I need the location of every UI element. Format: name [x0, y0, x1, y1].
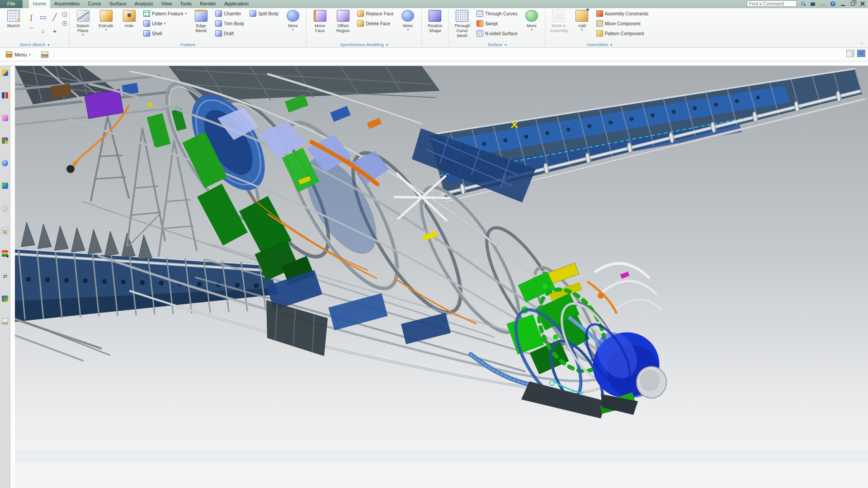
- assembly-navigator-icon[interactable]: [2, 70, 8, 76]
- button-label: More: [288, 23, 298, 28]
- pattern-feature-button[interactable]: Pattern Feature▾: [141, 9, 189, 19]
- through-curves-button[interactable]: Through Curves: [474, 9, 520, 19]
- extrude-icon: [100, 10, 113, 22]
- group-dialog-launcher[interactable]: ▾: [47, 43, 49, 47]
- edge-blend-button[interactable]: EdgeBlend: [190, 9, 212, 41]
- delete-face-icon: [357, 20, 364, 27]
- chamfer-button[interactable]: Chamfer: [213, 9, 246, 19]
- search-icon[interactable]: [799, 0, 807, 7]
- hd3d-tools-icon[interactable]: [2, 183, 8, 189]
- command-finder-icon[interactable]: [809, 0, 816, 7]
- sync-more-button[interactable]: More▾: [397, 9, 419, 41]
- line-tool-icon: ╱: [52, 13, 57, 21]
- profile-tool[interactable]: ʃ: [25, 10, 37, 24]
- maximize-viewport-icon[interactable]: [857, 50, 865, 57]
- button-label: Pattern Component: [605, 31, 644, 36]
- tab-file[interactable]: File: [0, 0, 23, 8]
- cable-connector[interactable]: [66, 165, 75, 173]
- graphics-window[interactable]: [15, 66, 868, 488]
- pattern-component-button[interactable]: Pattern Component: [594, 28, 651, 38]
- button-label: Split Body: [258, 11, 278, 16]
- menu-bar: Menu ▾: [0, 48, 868, 61]
- n-sided-surface-button[interactable]: N-sided Surface: [474, 28, 520, 38]
- history-icon[interactable]: ◷: [2, 205, 8, 211]
- part-navigator-icon[interactable]: [2, 115, 8, 121]
- swept-button[interactable]: Swept: [474, 19, 520, 28]
- radome-tip[interactable]: [637, 366, 666, 398]
- group-dialog-launcher[interactable]: ▾: [610, 43, 612, 47]
- tab-render[interactable]: Render: [196, 0, 220, 8]
- tab-surface[interactable]: Surface: [105, 0, 131, 8]
- offset-region-button[interactable]: OffsetRegion: [332, 9, 354, 41]
- tab-assemblies[interactable]: Assemblies: [50, 0, 84, 8]
- move-face-icon: [314, 10, 326, 22]
- assembly-constraints-button[interactable]: Assembly Constraints: [594, 9, 651, 19]
- hole-button[interactable]: Hole: [118, 9, 140, 41]
- close-button[interactable]: [859, 0, 866, 7]
- sync-more-icon: [401, 10, 414, 22]
- work-in-assembly-button[interactable]: Work inAssembly: [548, 9, 570, 41]
- user-interface-icon[interactable]: [819, 0, 826, 7]
- assembly-constraints-icon: [596, 10, 603, 17]
- draft-button[interactable]: Draft: [213, 28, 246, 38]
- button-label: More: [527, 23, 537, 28]
- tab-analysis[interactable]: Analysis: [131, 0, 157, 8]
- mini-launcher[interactable]: ▪: [62, 12, 67, 17]
- palette-icon[interactable]: [2, 296, 8, 302]
- unite-icon: [143, 20, 150, 27]
- line-tool[interactable]: ╱: [49, 10, 61, 24]
- group-dialog-launcher[interactable]: ▾: [386, 43, 388, 47]
- shell-button[interactable]: Shell: [141, 28, 189, 38]
- chamfer-icon: [215, 10, 222, 17]
- realize-shape-button[interactable]: RealizeShape: [424, 9, 446, 41]
- move-component-button[interactable]: Move Component: [594, 19, 651, 28]
- ribbon-collapse-icon[interactable]: ⌃: [860, 42, 863, 47]
- ribbon-group-direct-sketch: Sketchʃ▭╱⌒○+▪▾Direct Sketch▾: [0, 8, 69, 47]
- sketch-button[interactable]: Sketch: [2, 9, 24, 41]
- trim-body-button[interactable]: Trim Body: [213, 19, 246, 28]
- button-label: Face: [315, 28, 325, 33]
- button-label: Assembly: [550, 28, 568, 33]
- arc-tool[interactable]: ⌒: [25, 24, 37, 38]
- system-materials-icon[interactable]: ⇄: [2, 273, 8, 279]
- button-label: Delete Face: [366, 21, 390, 26]
- reuse-library-icon[interactable]: [2, 137, 8, 144]
- split-body-button[interactable]: Split Body: [247, 9, 281, 19]
- delete-face-button[interactable]: Delete Face: [355, 19, 396, 28]
- rectangle-tool[interactable]: ▭: [37, 10, 49, 24]
- unite-button[interactable]: Unite▾: [141, 19, 189, 28]
- button-label: Shell: [152, 31, 162, 36]
- add-component-button[interactable]: Add▾: [571, 9, 593, 41]
- find-command-input[interactable]: [747, 0, 797, 7]
- feature-more-button[interactable]: More▾: [282, 9, 304, 41]
- process-studio-icon[interactable]: ▤: [2, 228, 8, 234]
- tab-view[interactable]: View: [157, 0, 176, 8]
- web-browser-icon[interactable]: [2, 160, 8, 166]
- draft-icon: [215, 30, 222, 37]
- minimize-button[interactable]: [839, 0, 846, 7]
- tab-tools[interactable]: Tools: [176, 0, 196, 8]
- tab-home[interactable]: Home: [29, 0, 50, 8]
- restore-button[interactable]: [849, 0, 856, 7]
- circle-tool[interactable]: ○: [37, 24, 49, 38]
- help-icon[interactable]: ?: [829, 0, 836, 7]
- offset-region-icon: [337, 10, 349, 22]
- surface-more-button[interactable]: More▾: [521, 9, 543, 41]
- mini-launcher[interactable]: ▾: [62, 21, 67, 26]
- constraint-navigator-icon[interactable]: [2, 92, 8, 99]
- roles-icon[interactable]: [2, 250, 8, 257]
- menu-button[interactable]: Menu ▾: [2, 50, 35, 59]
- tab-application[interactable]: Application: [220, 0, 253, 8]
- move-face-button[interactable]: MoveFace: [309, 9, 331, 41]
- selection-bar-icon[interactable]: [41, 52, 48, 58]
- datum-plane-button[interactable]: DatumPlane▾: [72, 9, 94, 41]
- point-tool[interactable]: +: [49, 24, 61, 38]
- arc-tool-icon: ⌒: [28, 27, 35, 35]
- group-dialog-launcher[interactable]: ▾: [505, 43, 506, 47]
- preview-window-icon[interactable]: [2, 318, 8, 324]
- window-tile-icon[interactable]: [846, 50, 854, 57]
- through-curve-mesh-button[interactable]: ThroughCurve Mesh: [451, 9, 473, 41]
- replace-face-button[interactable]: Replace Face: [355, 9, 396, 19]
- tab-curve[interactable]: Curve: [84, 0, 105, 8]
- extrude-button[interactable]: Extrude▾: [95, 9, 117, 41]
